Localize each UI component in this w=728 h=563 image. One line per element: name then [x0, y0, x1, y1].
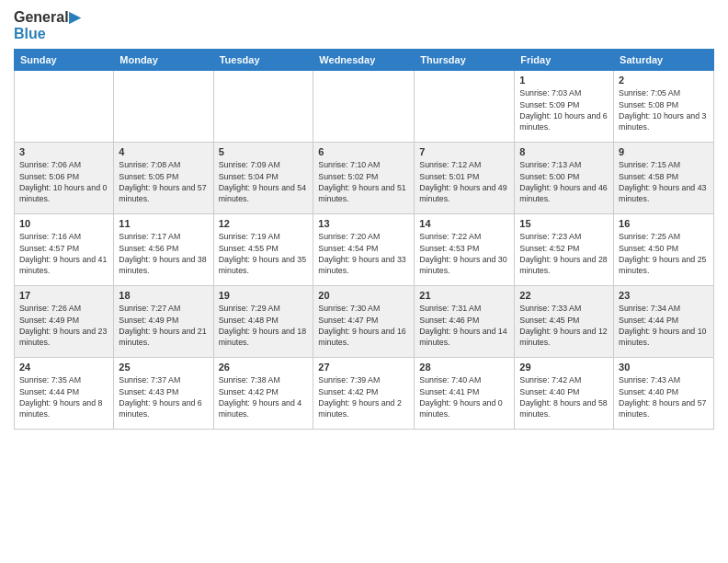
calendar-week-row: 10Sunrise: 7:16 AM Sunset: 4:57 PM Dayli…	[15, 214, 714, 286]
day-number: 23	[619, 290, 709, 301]
header: General▶ Blue	[14, 9, 714, 41]
day-number: 11	[119, 218, 208, 229]
day-number: 13	[318, 218, 409, 229]
calendar-cell: 26Sunrise: 7:38 AM Sunset: 4:42 PM Dayli…	[213, 358, 313, 430]
logo: General▶ Blue	[14, 9, 80, 41]
calendar-cell: 17Sunrise: 7:26 AM Sunset: 4:49 PM Dayli…	[15, 286, 114, 358]
calendar-cell: 15Sunrise: 7:23 AM Sunset: 4:52 PM Dayli…	[515, 214, 614, 286]
day-number: 24	[19, 362, 108, 373]
calendar-week-row: 17Sunrise: 7:26 AM Sunset: 4:49 PM Dayli…	[15, 286, 714, 358]
day-number: 22	[519, 290, 609, 301]
day-info: Sunrise: 7:13 AM Sunset: 5:00 PM Dayligh…	[519, 159, 609, 204]
calendar-cell: 8Sunrise: 7:13 AM Sunset: 5:00 PM Daylig…	[515, 143, 614, 214]
day-number: 21	[419, 290, 509, 301]
day-number: 4	[119, 146, 208, 157]
day-info: Sunrise: 7:35 AM Sunset: 4:44 PM Dayligh…	[19, 374, 108, 419]
day-info: Sunrise: 7:20 AM Sunset: 4:54 PM Dayligh…	[318, 231, 409, 276]
day-info: Sunrise: 7:26 AM Sunset: 4:49 PM Dayligh…	[19, 303, 108, 348]
day-info: Sunrise: 7:37 AM Sunset: 4:43 PM Dayligh…	[119, 374, 208, 419]
calendar-cell: 11Sunrise: 7:17 AM Sunset: 4:56 PM Dayli…	[114, 214, 213, 286]
day-info: Sunrise: 7:10 AM Sunset: 5:02 PM Dayligh…	[318, 159, 409, 204]
day-number: 26	[219, 362, 309, 373]
calendar-weekday: Monday	[114, 50, 213, 71]
day-info: Sunrise: 7:23 AM Sunset: 4:52 PM Dayligh…	[519, 231, 609, 276]
day-number: 1	[519, 75, 609, 86]
day-number: 18	[119, 290, 208, 301]
day-info: Sunrise: 7:39 AM Sunset: 4:42 PM Dayligh…	[318, 374, 409, 419]
day-info: Sunrise: 7:16 AM Sunset: 4:57 PM Dayligh…	[19, 231, 108, 276]
calendar-weekday: Saturday	[614, 50, 714, 71]
calendar-cell	[114, 71, 213, 143]
day-info: Sunrise: 7:05 AM Sunset: 5:08 PM Dayligh…	[619, 87, 709, 132]
day-info: Sunrise: 7:06 AM Sunset: 5:06 PM Dayligh…	[19, 159, 108, 204]
day-number: 2	[619, 75, 709, 86]
day-number: 14	[419, 218, 509, 229]
day-info: Sunrise: 7:30 AM Sunset: 4:47 PM Dayligh…	[318, 303, 409, 348]
calendar-cell: 16Sunrise: 7:25 AM Sunset: 4:50 PM Dayli…	[614, 214, 714, 286]
calendar-week-row: 3Sunrise: 7:06 AM Sunset: 5:06 PM Daylig…	[15, 143, 714, 214]
logo-text: General▶ Blue	[14, 9, 80, 41]
calendar-header-row: SundayMondayTuesdayWednesdayThursdayFrid…	[15, 50, 714, 71]
day-number: 17	[19, 290, 108, 301]
calendar-cell: 28Sunrise: 7:40 AM Sunset: 4:41 PM Dayli…	[415, 358, 515, 430]
day-info: Sunrise: 7:31 AM Sunset: 4:46 PM Dayligh…	[419, 303, 509, 348]
day-number: 25	[119, 362, 208, 373]
calendar-cell	[415, 71, 515, 143]
calendar-cell	[15, 71, 114, 143]
day-number: 19	[219, 290, 309, 301]
calendar-cell: 24Sunrise: 7:35 AM Sunset: 4:44 PM Dayli…	[15, 358, 114, 430]
calendar-cell: 3Sunrise: 7:06 AM Sunset: 5:06 PM Daylig…	[15, 143, 114, 214]
calendar-cell: 23Sunrise: 7:34 AM Sunset: 4:44 PM Dayli…	[614, 286, 714, 358]
calendar-cell: 7Sunrise: 7:12 AM Sunset: 5:01 PM Daylig…	[415, 143, 515, 214]
calendar-cell	[313, 71, 415, 143]
day-number: 3	[19, 146, 108, 157]
calendar-cell: 14Sunrise: 7:22 AM Sunset: 4:53 PM Dayli…	[415, 214, 515, 286]
day-info: Sunrise: 7:38 AM Sunset: 4:42 PM Dayligh…	[219, 374, 309, 419]
calendar-cell: 19Sunrise: 7:29 AM Sunset: 4:48 PM Dayli…	[213, 286, 313, 358]
day-number: 15	[519, 218, 609, 229]
day-number: 29	[519, 362, 609, 373]
day-number: 27	[318, 362, 409, 373]
calendar-week-row: 24Sunrise: 7:35 AM Sunset: 4:44 PM Dayli…	[15, 358, 714, 430]
day-number: 10	[19, 218, 108, 229]
calendar-cell: 13Sunrise: 7:20 AM Sunset: 4:54 PM Dayli…	[313, 214, 415, 286]
day-number: 5	[219, 146, 309, 157]
calendar-table: SundayMondayTuesdayWednesdayThursdayFrid…	[14, 49, 714, 430]
day-info: Sunrise: 7:42 AM Sunset: 4:40 PM Dayligh…	[519, 374, 609, 419]
day-info: Sunrise: 7:15 AM Sunset: 4:58 PM Dayligh…	[619, 159, 709, 204]
day-info: Sunrise: 7:34 AM Sunset: 4:44 PM Dayligh…	[619, 303, 709, 348]
calendar-cell: 4Sunrise: 7:08 AM Sunset: 5:05 PM Daylig…	[114, 143, 213, 214]
calendar-cell: 18Sunrise: 7:27 AM Sunset: 4:49 PM Dayli…	[114, 286, 213, 358]
calendar-cell: 29Sunrise: 7:42 AM Sunset: 4:40 PM Dayli…	[515, 358, 614, 430]
day-info: Sunrise: 7:25 AM Sunset: 4:50 PM Dayligh…	[619, 231, 709, 276]
day-info: Sunrise: 7:03 AM Sunset: 5:09 PM Dayligh…	[519, 87, 609, 132]
calendar-cell: 22Sunrise: 7:33 AM Sunset: 4:45 PM Dayli…	[515, 286, 614, 358]
calendar-body: 1Sunrise: 7:03 AM Sunset: 5:09 PM Daylig…	[15, 71, 714, 430]
calendar-cell: 10Sunrise: 7:16 AM Sunset: 4:57 PM Dayli…	[15, 214, 114, 286]
calendar-cell	[213, 71, 313, 143]
calendar-cell: 12Sunrise: 7:19 AM Sunset: 4:55 PM Dayli…	[213, 214, 313, 286]
day-number: 28	[419, 362, 509, 373]
day-number: 8	[519, 146, 609, 157]
calendar-weekday: Friday	[515, 50, 614, 71]
calendar-weekday: Thursday	[415, 50, 515, 71]
calendar-weekday: Wednesday	[313, 50, 415, 71]
day-info: Sunrise: 7:43 AM Sunset: 4:40 PM Dayligh…	[619, 374, 709, 419]
calendar-cell: 21Sunrise: 7:31 AM Sunset: 4:46 PM Dayli…	[415, 286, 515, 358]
day-info: Sunrise: 7:08 AM Sunset: 5:05 PM Dayligh…	[119, 159, 208, 204]
day-info: Sunrise: 7:12 AM Sunset: 5:01 PM Dayligh…	[419, 159, 509, 204]
day-info: Sunrise: 7:09 AM Sunset: 5:04 PM Dayligh…	[219, 159, 309, 204]
calendar-week-row: 1Sunrise: 7:03 AM Sunset: 5:09 PM Daylig…	[15, 71, 714, 143]
calendar-weekday: Sunday	[15, 50, 114, 71]
calendar-cell: 1Sunrise: 7:03 AM Sunset: 5:09 PM Daylig…	[515, 71, 614, 143]
calendar-cell: 5Sunrise: 7:09 AM Sunset: 5:04 PM Daylig…	[213, 143, 313, 214]
day-number: 20	[318, 290, 409, 301]
calendar-cell: 20Sunrise: 7:30 AM Sunset: 4:47 PM Dayli…	[313, 286, 415, 358]
day-info: Sunrise: 7:19 AM Sunset: 4:55 PM Dayligh…	[219, 231, 309, 276]
day-number: 12	[219, 218, 309, 229]
calendar-cell: 30Sunrise: 7:43 AM Sunset: 4:40 PM Dayli…	[614, 358, 714, 430]
calendar-weekday: Tuesday	[213, 50, 313, 71]
day-info: Sunrise: 7:29 AM Sunset: 4:48 PM Dayligh…	[219, 303, 309, 348]
day-number: 30	[619, 362, 709, 373]
calendar-cell: 27Sunrise: 7:39 AM Sunset: 4:42 PM Dayli…	[313, 358, 415, 430]
